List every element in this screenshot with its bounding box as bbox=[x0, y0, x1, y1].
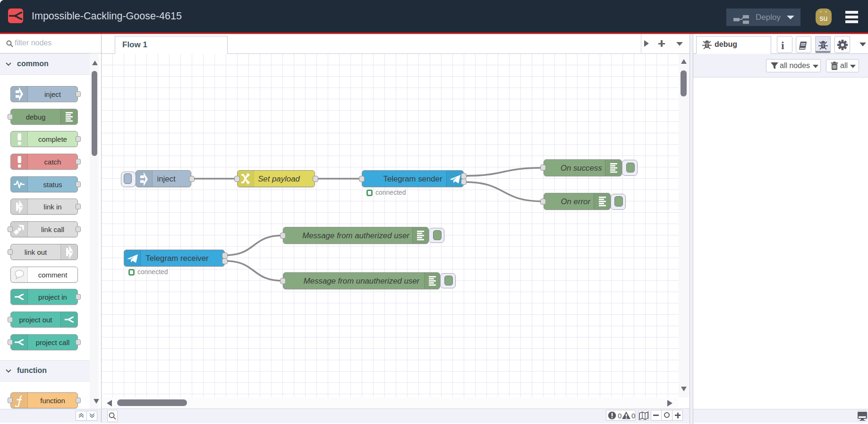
svg-text:i: i bbox=[781, 40, 784, 50]
